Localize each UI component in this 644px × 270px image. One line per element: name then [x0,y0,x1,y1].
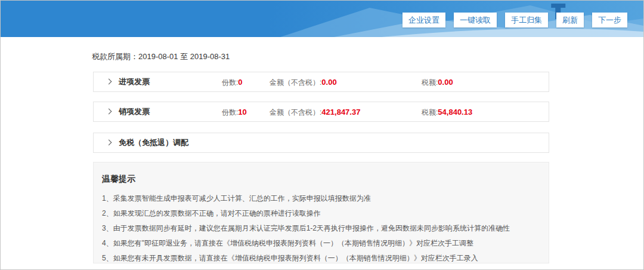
header-banner: 企业设置 一键读取 手工归集 刷新 下一步 [1,1,643,37]
tip-item: 3、由于发票数据同步有延时，建议您在属期月末认证完毕发票后1-2天再执行申报操作… [102,221,540,236]
count-field: 份数:10 [222,106,247,118]
tax-value: 54,840.13 [438,108,472,116]
amount-label: 金额（不含税）: [270,78,321,87]
tax-label: 税额: [422,108,438,116]
amount-label: 金额（不含税）: [270,108,321,116]
enterprise-settings-button[interactable]: 企业设置 [402,13,445,27]
tip-item: 1、采集发票智能生成申报表可减少人工计算、汇总的工作，实际申报以填报数据为准 [102,191,540,206]
count-label: 份数: [222,108,238,116]
tax-value: 0.00 [438,78,453,87]
row-title: 免税（免抵退）调配 [119,137,188,148]
tips-title: 温馨提示 [102,174,540,185]
tax-field: 税额:54,840.13 [422,106,472,118]
one-click-read-button[interactable]: 一键读取 [454,13,497,27]
amount-field: 金额（不含税）:421,847.37 [270,106,360,118]
row-title: 进项发票 [119,76,150,87]
next-step-button[interactable]: 下一步 [592,13,627,27]
amount-value: 421,847.37 [321,108,360,116]
refresh-button[interactable]: 刷新 [556,13,584,27]
row-title: 销项发票 [119,106,150,117]
chevron-right-icon [106,78,112,84]
manual-collect-button[interactable]: 手工归集 [505,13,548,27]
count-value: 10 [238,108,246,116]
count-label: 份数: [222,78,238,87]
count-field: 份数:0 [222,76,243,88]
tip-item: 4、如果您有"即征即退业务，请直接在《增值税纳税申报表附列资料（一）（本期销售情… [102,236,540,251]
tax-field: 税额:0.00 [422,76,453,88]
output-invoice-row[interactable]: 销项发票 份数:10 金额（不含税）:421,847.37 税额:54,840.… [93,102,549,122]
tax-label: 税额: [422,78,438,87]
tax-period-label: 税款所属期：2019-08-01 至 2019-08-31 [92,51,230,62]
chevron-right-icon [106,108,112,114]
amount-value: 0.00 [321,78,336,87]
input-invoice-row[interactable]: 进项发票 份数:0 金额（不含税）:0.00 税额:0.00 [93,72,549,92]
count-value: 0 [238,78,242,87]
chevron-right-icon [106,139,112,145]
amount-field: 金额（不含税）:0.00 [270,76,337,88]
app-window: 企业设置 一键读取 手工归集 刷新 下一步 税款所属期：2019-08-01 至… [0,0,644,270]
tips-box: 温馨提示 1、采集发票智能生成申报表可减少人工计算、汇总的工作，实际申报以填报数… [93,162,549,263]
tax-free-allocation-row[interactable]: 免税（免抵退）调配 [93,133,549,153]
header-toolbar: 企业设置 一键读取 手工归集 刷新 下一步 [402,13,627,27]
tip-item: 2、如果发现汇总的发票数据不正确，请对不正确的票种进行读取操作 [102,206,540,221]
tip-item: 5、如果您有未开具发票数据，请直接在《增值税纳税申报表附列资料（一）（本期销售情… [102,251,540,266]
